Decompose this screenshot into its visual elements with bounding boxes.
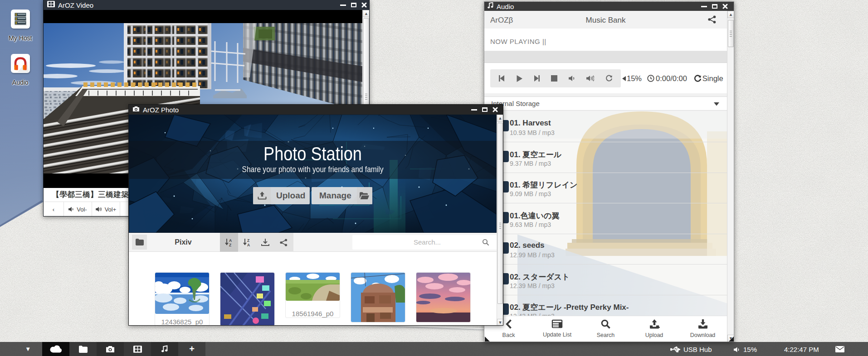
svg-text:Z: Z [247, 238, 249, 243]
svg-text:A: A [229, 238, 232, 243]
svg-text:A: A [247, 243, 250, 247]
svg-text:Z: Z [229, 243, 231, 247]
